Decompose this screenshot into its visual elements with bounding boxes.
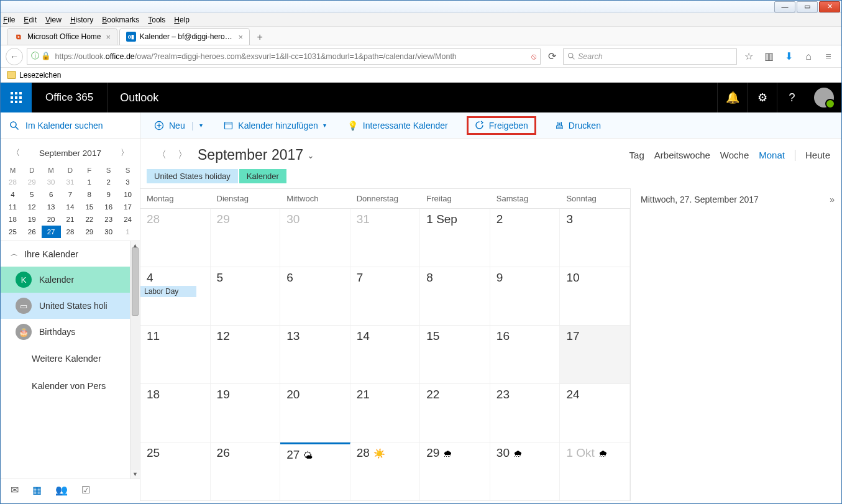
month-title[interactable]: September 2017 ⌄ [198,147,314,163]
day-cell[interactable]: 3 [560,209,630,267]
library-icon[interactable]: ▥ [761,48,777,65]
day-cell[interactable]: 25 [140,442,211,500]
menu-file[interactable]: File [3,16,15,24]
day-cell[interactable]: 2 [490,209,561,267]
mini-day[interactable]: 6 [42,188,61,201]
calendar-event[interactable]: Labor Day [140,286,196,297]
mini-day[interactable]: 22 [80,213,99,226]
menu-bookmarks[interactable]: Bookmarks [102,16,139,24]
hamburger-menu-icon[interactable]: ≡ [820,48,836,65]
day-cell[interactable]: 29 [211,209,281,267]
mini-day[interactable]: 1 [80,176,99,188]
day-cell[interactable]: 18 [140,384,211,442]
mini-day[interactable]: 7 [61,188,80,201]
day-cell[interactable]: 29🌧 [420,442,490,500]
window-close-button[interactable]: ✕ [819,1,840,12]
window-maximize-button[interactable]: ▭ [797,1,818,12]
mini-day[interactable]: 23 [99,213,118,226]
next-month-button[interactable]: 〉 [173,146,193,164]
mini-day[interactable]: 17 [118,201,137,213]
calendar-search[interactable]: Im Kalender suchen [1,112,140,139]
mini-day[interactable]: 8 [80,188,99,201]
day-cell[interactable]: 16 [490,326,561,383]
day-cell[interactable]: 28☀️ [350,442,421,500]
day-cell[interactable]: 31 [350,209,421,267]
bookmark-star-icon[interactable]: ☆ [741,48,757,65]
day-cell[interactable]: 5 [211,267,281,325]
mini-month-title[interactable]: September 2017 [39,149,101,158]
today-button[interactable]: Heute [805,150,830,160]
menu-tools[interactable]: Tools [148,16,165,24]
day-cell[interactable]: 22 [420,384,490,442]
mini-day[interactable]: 15 [80,201,99,213]
day-cell[interactable]: 1 Sep [420,209,490,267]
overlay-tab[interactable]: Kalender [239,169,286,183]
downloads-icon[interactable]: ⬇ [780,48,797,65]
menu-edit[interactable]: Edit [24,16,37,24]
people-calendars[interactable]: Kalender von Pers [1,372,140,400]
day-cell[interactable]: 15 [420,326,490,383]
mini-next-month[interactable]: 〉 [117,145,132,161]
new-tab-button[interactable]: + [252,30,268,45]
share-button[interactable]: Freigeben [467,116,536,135]
mini-day[interactable]: 19 [22,213,42,226]
day-cell[interactable]: 6 [280,267,350,325]
mini-day[interactable]: 9 [99,188,118,201]
new-event-button[interactable]: Neu|▾ [152,118,205,133]
mini-day[interactable]: 28 [61,226,80,238]
prev-month-button[interactable]: 〈 [152,146,172,164]
mini-day[interactable]: 16 [99,201,118,213]
calendar-item[interactable]: 🎂Birthdays [1,319,140,345]
calendar-item[interactable]: KKalender [1,267,140,293]
mini-day[interactable]: 1 [118,226,137,238]
mail-module-icon[interactable]: ✉ [11,484,19,496]
day-cell[interactable]: 4Labor Day [140,267,211,325]
mini-day[interactable]: 13 [42,201,61,213]
menu-history[interactable]: History [70,16,93,24]
tasks-module-icon[interactable]: ☑ [81,484,90,496]
overlay-tab[interactable]: United States holiday [147,169,238,183]
day-cell[interactable]: 11 [140,326,211,383]
browser-search[interactable]: Search [563,48,737,65]
day-cell[interactable]: 10 [560,267,630,325]
mini-day[interactable]: 28 [3,176,22,188]
day-cell[interactable]: 21 [350,384,421,442]
address-bar[interactable]: ⓘ 🔒 https://outlook.office.de/owa/?realm… [27,48,541,65]
help-icon[interactable]: ? [777,83,807,112]
close-tab-icon[interactable]: × [106,32,111,42]
close-tab-icon[interactable]: × [238,32,243,42]
expand-icon[interactable]: » [830,195,833,204]
view-woche[interactable]: Woche [720,150,749,160]
reload-button[interactable]: ⟳ [544,50,559,62]
calendar-module-icon[interactable]: ▦ [32,484,42,496]
mini-day[interactable]: 26 [22,226,42,238]
day-cell[interactable]: 14 [350,326,421,383]
day-cell[interactable]: 23 [490,384,561,442]
scroll-down-icon[interactable]: ▼ [130,470,140,479]
calendar-group-header[interactable]: ︿ Ihre Kalender [1,241,140,267]
mini-day[interactable]: 12 [22,201,42,213]
day-cell[interactable]: 13 [280,326,350,383]
suite-brand[interactable]: Office 365 [32,83,108,112]
mini-day[interactable]: 25 [3,226,22,238]
day-cell[interactable]: 1 Okt🌧 [560,442,630,500]
home-icon[interactable]: ⌂ [800,48,817,65]
mini-day[interactable]: 21 [61,213,80,226]
mini-day[interactable]: 30 [99,226,118,238]
mini-day[interactable]: 29 [80,226,99,238]
app-launcher-button[interactable] [1,83,32,112]
mini-day[interactable]: 24 [118,213,137,226]
add-calendar-button[interactable]: Kalender hinzufügen ▾ [221,118,328,133]
more-calendars[interactable]: Weitere Kalender [1,345,140,372]
menu-view[interactable]: View [45,16,62,24]
day-cell[interactable]: 7 [350,267,421,325]
mini-day[interactable]: 5 [22,188,42,201]
people-module-icon[interactable]: 👥 [55,484,68,496]
browser-tab[interactable]: o▮Kalender – bf@diggi-heroes.× [119,28,250,45]
account-avatar[interactable] [807,83,841,112]
window-minimize-button[interactable]: — [774,1,795,12]
view-tag[interactable]: Tag [629,150,644,160]
day-cell[interactable]: 20 [280,384,350,442]
interesting-calendars-button[interactable]: 💡 Interessante Kalender [345,118,451,133]
scroll-thumb[interactable] [132,247,139,316]
